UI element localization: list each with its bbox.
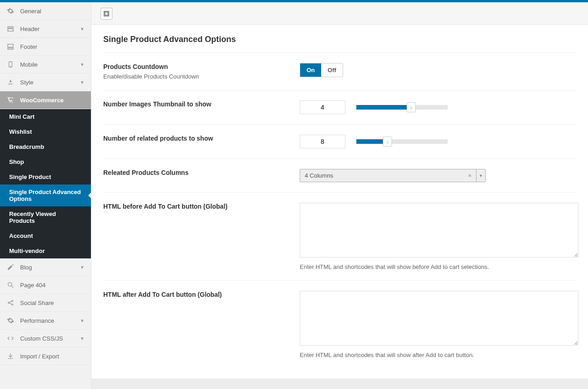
sidebar-item-label: Import / Export [20, 353, 59, 360]
select-box[interactable]: 4 Columns × [300, 169, 477, 182]
row-control: On Off [300, 63, 576, 80]
sub-item-wishlist[interactable]: Wishlist [0, 124, 91, 139]
slider-handle[interactable]: || [407, 102, 416, 112]
related-count-input[interactable] [300, 135, 345, 148]
slider-handle[interactable]: || [383, 137, 392, 147]
sidebar-item-footer[interactable]: Footer [0, 38, 91, 56]
sub-item-mini-cart[interactable]: Mini Cart [0, 109, 91, 124]
svg-point-10 [12, 304, 13, 305]
gear-icon [6, 316, 15, 325]
chevron-down-icon: ▼ [80, 80, 85, 85]
footer-area [91, 378, 588, 389]
sidebar-item-page404[interactable]: Page 404 [0, 276, 91, 294]
thumbnail-count-input[interactable] [300, 100, 345, 114]
svg-point-8 [8, 302, 10, 304]
gear-icon [6, 7, 15, 15]
field-label: Releated Products Columns [103, 169, 300, 176]
sidebar-item-label: Blog [20, 264, 32, 271]
sidebar-item-custom-css-js[interactable]: Custom CSS/JS ▼ [0, 330, 91, 347]
toolbar [91, 2, 588, 25]
app-container: General Header ▼ Footer Mobile ▼ Style ▼… [0, 0, 588, 389]
field-label: Number of related products to show [103, 135, 300, 142]
chevron-down-icon: ▼ [80, 265, 85, 270]
select-value: 4 Columns [305, 172, 333, 179]
sidebar-item-blog[interactable]: Blog ▼ [0, 258, 91, 276]
sidebar-item-general[interactable]: General [0, 2, 91, 20]
cart-icon [6, 96, 15, 104]
download-icon [6, 352, 15, 360]
mobile-icon [6, 60, 15, 68]
sidebar-item-mobile[interactable]: Mobile ▼ [0, 56, 91, 74]
grid-icon [6, 42, 15, 51]
sub-item-breadcrumb[interactable]: Breadcrumb [0, 139, 91, 154]
svg-line-11 [9, 301, 11, 303]
field-desc: Enable/disable Products Countdown [103, 73, 300, 80]
chevron-down-icon: ▼ [80, 62, 85, 67]
row-related-columns: Releated Products Columns 4 Columns × ▼ [103, 159, 576, 193]
sidebar-item-label: Header [20, 26, 40, 32]
sub-item-account[interactable]: Account [0, 228, 91, 243]
field-label: Number Images Thumbnail to show [103, 100, 300, 108]
sidebar-subitems: Mini Cart Wishlist Breadcrumb Shop Singl… [0, 109, 91, 258]
toggle-on-button[interactable]: On [300, 63, 321, 77]
svg-rect-1 [8, 29, 13, 31]
columns-select: 4 Columns × ▼ [300, 169, 486, 182]
row-control: 4 Columns × ▼ [300, 169, 576, 182]
row-label: Releated Products Columns [103, 169, 300, 182]
row-label: HTML after Add To Cart button (Global) [103, 291, 300, 358]
chevron-down-icon[interactable]: ▼ [477, 169, 486, 182]
sub-item-recently-viewed[interactable]: Recently Viewed Products [0, 206, 91, 228]
svg-point-9 [12, 300, 13, 302]
field-help: Enter HTML and shortcodes that will show… [300, 263, 578, 270]
sub-item-shop[interactable]: Shop [0, 154, 91, 169]
sidebar: General Header ▼ Footer Mobile ▼ Style ▼… [0, 0, 91, 389]
related-slider[interactable]: || [356, 139, 448, 144]
toggle-countdown: On Off [300, 63, 343, 77]
sidebar-item-label: WooCommerce [20, 97, 64, 104]
sidebar-item-style[interactable]: Style ▼ [0, 74, 91, 91]
sidebar-item-import-export[interactable]: Import / Export [0, 347, 91, 365]
sidebar-item-label: Custom CSS/JS [20, 335, 63, 342]
row-control: Enter HTML and shortcodes that will show… [300, 203, 578, 270]
svg-line-12 [9, 303, 11, 305]
svg-line-7 [11, 286, 13, 288]
chevron-down-icon: ▼ [80, 336, 85, 341]
sidebar-item-performance[interactable]: Performance ▼ [0, 312, 91, 330]
chevron-down-icon: ▼ [80, 26, 85, 32]
field-label: Products Countdown [103, 63, 300, 70]
clear-icon[interactable]: × [468, 172, 471, 179]
box-icon [6, 25, 15, 33]
sidebar-item-label: General [20, 8, 41, 15]
page-title: Single Product Advanced Options [103, 35, 576, 53]
svg-rect-3 [8, 48, 13, 49]
row-control: || [300, 100, 576, 114]
sidebar-item-woocommerce[interactable]: WooCommerce [0, 91, 91, 109]
sidebar-item-label: Footer [20, 43, 37, 50]
sidebar-item-label: Social Share [20, 300, 54, 306]
chevron-down-icon: ▼ [80, 318, 85, 323]
slider-fill [356, 105, 411, 110]
row-products-countdown: Products Countdown Enable/disable Produc… [103, 53, 576, 90]
sidebar-item-label: Mobile [20, 61, 37, 68]
sidebar-item-header[interactable]: Header ▼ [0, 20, 91, 38]
html-after-textarea[interactable] [300, 291, 578, 346]
html-before-textarea[interactable] [300, 203, 578, 258]
row-label: HTML before Add To Cart button (Global) [103, 203, 300, 270]
row-control: || [300, 135, 576, 148]
sidebar-item-social-share[interactable]: Social Share [0, 294, 91, 312]
row-label: Number Images Thumbnail to show [103, 100, 300, 114]
content: Single Product Advanced Options Products… [91, 25, 588, 378]
field-help: Enter HTML and shortcodes that will show… [300, 352, 578, 358]
row-html-before-cart: HTML before Add To Cart button (Global) … [103, 193, 576, 281]
expand-icon[interactable] [101, 8, 112, 20]
sub-item-multi-vendor[interactable]: Multi-vendor [0, 243, 91, 258]
field-label: HTML after Add To Cart button (Global) [103, 291, 300, 298]
svg-rect-2 [8, 44, 13, 47]
sidebar-item-label: Page 404 [20, 282, 46, 289]
sub-item-single-product-advanced[interactable]: Single Product Advanced Options [0, 184, 91, 206]
code-icon [6, 334, 15, 342]
toggle-off-button[interactable]: Off [321, 63, 343, 77]
sub-item-single-product[interactable]: Single Product [0, 169, 91, 184]
thumbnail-slider[interactable]: || [356, 105, 448, 110]
row-control: Enter HTML and shortcodes that will show… [300, 291, 578, 358]
